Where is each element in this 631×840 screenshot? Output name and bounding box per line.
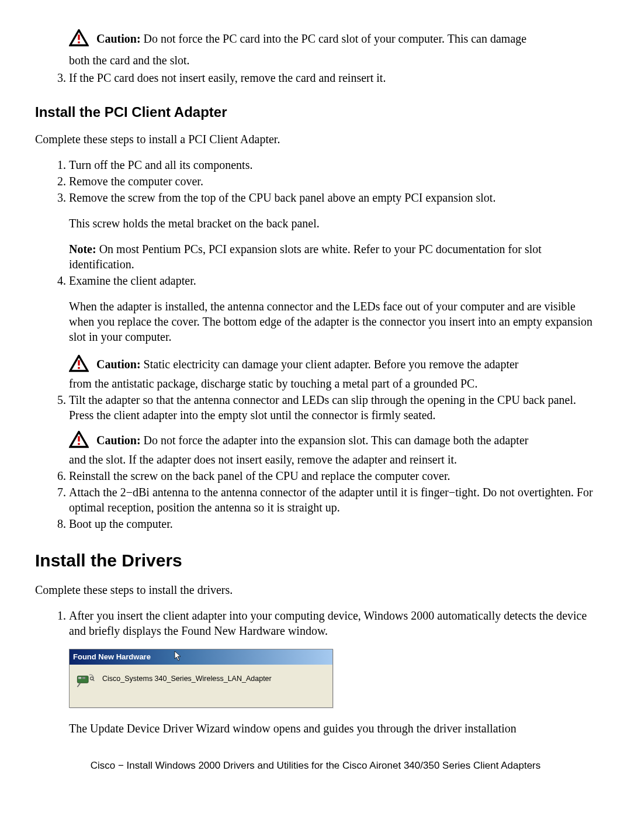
list-item: Tilt the adapter so that the antenna con… <box>69 392 596 467</box>
paragraph-drivers-intro: Complete these steps to install the driv… <box>35 582 596 597</box>
window-body-text: Cisco_Systems 340_Series_Wireless_LAN_Ad… <box>102 672 272 683</box>
cursor-icon <box>174 651 182 664</box>
list-item: Reinstall the screw on the back panel of… <box>69 468 596 483</box>
caution-text: Caution: Static electricity can damage y… <box>96 358 519 371</box>
list-item: Attach the 2−dBi antenna to the antenna … <box>69 485 596 515</box>
window-body: Cisco_Systems 340_Series_Wireless_LAN_Ad… <box>70 665 332 707</box>
svg-rect-8 <box>78 443 79 445</box>
drivers-ordered-list: After you insert the client adapter into… <box>35 608 596 736</box>
window-title: Found New Hardware <box>73 652 151 662</box>
heading-drivers: Install the Drivers <box>35 549 596 572</box>
list-item: Remove the screw from the top of the CPU… <box>69 190 596 272</box>
caution-block-3: Caution: Do not force the adapter into t… <box>69 431 596 452</box>
list-item: Boot up the computer. <box>69 516 596 531</box>
found-new-hardware-window: Found New Hardware <box>69 649 333 708</box>
caution-text: Caution: Do not force the PC card into t… <box>96 32 526 45</box>
caution-text: Caution: Do not force the adapter into t… <box>96 434 528 447</box>
list-item: After you insert the client adapter into… <box>69 608 596 736</box>
list-item: Examine the client adapter. When the ada… <box>69 273 596 391</box>
caution-block-1: Caution: Do not force the PC card into t… <box>69 29 596 50</box>
caution-continuation: and the slot. If the adapter does not in… <box>69 452 596 467</box>
note-label: Note: <box>69 243 96 255</box>
list-item-para: When the adapter is installed, the anten… <box>69 299 596 344</box>
svg-rect-12 <box>82 677 85 679</box>
svg-marker-9 <box>175 651 181 661</box>
paragraph-pci-intro: Complete these steps to install a PCI Cl… <box>35 132 596 147</box>
list-item: Turn off the PC and all its components. <box>69 157 596 172</box>
svg-rect-1 <box>78 34 79 40</box>
caution-icon <box>69 431 89 452</box>
caution-continuation: both the card and the slot. <box>69 53 596 68</box>
svg-rect-11 <box>78 677 81 679</box>
list-item: If the PC card does not insert easily, r… <box>69 70 596 85</box>
list-item-para: This screw holds the metal bracket on th… <box>69 216 596 231</box>
page-footer: Cisco − Install Windows 2000 Drivers and… <box>35 759 596 772</box>
pci-ordered-list: Turn off the PC and all its components. … <box>35 157 596 531</box>
list-item: Remove the computer cover. <box>69 174 596 189</box>
list-item-after: The Update Device Driver Wizard window o… <box>69 721 596 736</box>
caution-continuation: from the antistatic package, discharge s… <box>69 376 596 391</box>
heading-pci: Install the PCI Client Adapter <box>35 103 596 121</box>
caution-icon <box>69 355 89 376</box>
caution-label: Caution: <box>96 32 141 45</box>
caution-label: Caution: <box>96 434 141 447</box>
window-title-bar: Found New Hardware <box>70 649 332 665</box>
caution-label: Caution: <box>96 358 141 371</box>
svg-rect-7 <box>78 436 79 441</box>
svg-line-14 <box>93 679 95 681</box>
list-item-note: Note: On most Pentium PCs, PCI expansion… <box>69 241 596 272</box>
caution-icon <box>69 29 89 50</box>
hardware-icon <box>75 672 95 692</box>
svg-rect-2 <box>78 42 79 43</box>
svg-rect-4 <box>78 360 79 365</box>
top-ordered-list: If the PC card does not insert easily, r… <box>35 70 596 85</box>
caution-block-2: Caution: Static electricity can damage y… <box>69 355 596 376</box>
svg-rect-5 <box>78 367 79 369</box>
